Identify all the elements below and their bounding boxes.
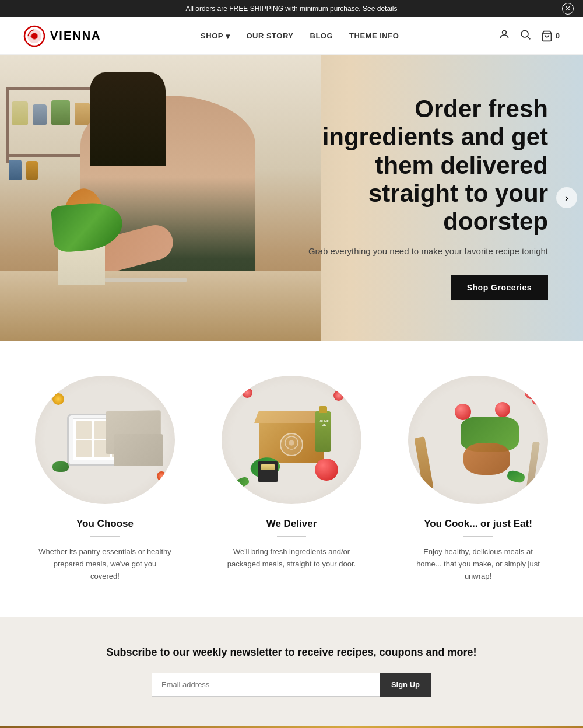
jar-2 [33, 104, 47, 125]
scatter-cherry-tomato-2 [242, 387, 252, 398]
tomato [315, 459, 338, 481]
svg-point-2 [31, 33, 37, 39]
scatter-leaf [52, 461, 69, 472]
cherry-tomato-food-2 [495, 402, 510, 417]
feature-you-cook: You Cook... or just Eat! Enjoy healthy, … [396, 376, 560, 582]
email-input[interactable] [152, 673, 380, 696]
bottle-1 [9, 160, 22, 180]
noodles [261, 464, 275, 470]
feature-desc-3: Enjoy healthy, delicious meals at home..… [411, 546, 545, 582]
feature-title-1: You Choose [76, 518, 134, 530]
hero-content: Order fresh ingredients and get them del… [292, 95, 548, 300]
svg-line-5 [528, 37, 531, 40]
hero-subtitle: Grab everything you need to make your fa… [292, 245, 548, 258]
jar-4 [75, 103, 90, 125]
hero-title: Order fresh ingredients and get them del… [292, 95, 548, 236]
delivery-box [259, 416, 324, 463]
main-nav: SHOP OUR STORY BLOG THEME INFO [201, 32, 399, 41]
nav-blog[interactable]: BLOG [310, 32, 333, 40]
protein-food [463, 443, 510, 475]
scatter-cherry-tomato [333, 390, 344, 401]
person-hair [90, 72, 166, 166]
account-button[interactable] [498, 29, 510, 43]
cart-count: 0 [556, 32, 560, 40]
svg-point-4 [521, 30, 528, 37]
logo-text: VIENNA [50, 29, 101, 43]
cutting-board [105, 278, 187, 282]
cherry-tomato-food-1 [455, 404, 471, 420]
feature-title-3: You Cook... or just Eat! [424, 518, 532, 530]
cart-icon [540, 30, 553, 42]
header-icons: 0 [498, 29, 560, 43]
food-tray [114, 434, 163, 466]
newsletter-title: Subscribe to our weekly newsletter to re… [23, 646, 560, 659]
logo[interactable]: VIENNA [23, 25, 101, 47]
hero-image [0, 55, 321, 341]
feature-desc-2: We'll bring fresh ingredients and/or pac… [224, 546, 359, 570]
nav-theme-info[interactable]: THEME INFO [349, 32, 399, 40]
hero-next-arrow[interactable]: › [556, 187, 577, 208]
feature-you-choose: You Choose Whether its pantry essentials… [23, 376, 187, 582]
feature-we-deliver: OLIVE OIL We Deliver We'll bring fresh i… [210, 376, 373, 582]
scatter-tomato [157, 471, 166, 481]
plate-area [431, 399, 528, 481]
box-logo [280, 433, 303, 456]
jar-1 [12, 102, 28, 125]
hero-section: Order fresh ingredients and get them del… [0, 55, 583, 341]
announcement-text: All orders are FREE SHIPPING with minimu… [186, 5, 398, 13]
jar-3 [51, 100, 70, 125]
tablet-item-1 [76, 421, 92, 439]
bottom-food-image [0, 726, 583, 728]
knife [526, 442, 540, 492]
newsletter-section: Subscribe to our weekly newsletter to re… [0, 617, 583, 726]
olive-cap [319, 406, 327, 413]
svg-point-3 [502, 30, 506, 34]
features-section: You Choose Whether its pantry essentials… [0, 341, 583, 617]
signup-button[interactable]: Sign Up [380, 673, 431, 696]
feature-divider-1 [90, 536, 120, 537]
scatter-tomato-plate-2 [532, 394, 542, 405]
account-icon [498, 29, 510, 40]
food-texture [0, 726, 583, 728]
features-grid: You Choose Whether its pantry essentials… [23, 376, 560, 582]
shop-chevron-icon [226, 32, 230, 41]
header: VIENNA SHOP OUR STORY BLOG THEME INFO [0, 18, 583, 55]
newsletter-form: Sign Up [152, 673, 431, 696]
fork [414, 436, 433, 490]
logo-icon [23, 25, 45, 47]
feature-desc-1: Whether its pantry essentials or healthy… [38, 546, 172, 582]
scatter-fruit [52, 393, 64, 405]
search-icon [519, 29, 531, 40]
feature-image-1 [35, 376, 175, 504]
cart-button[interactable]: 0 [540, 30, 560, 42]
tablet-item-4 [76, 440, 92, 458]
olive-bottle: OLIVE OIL [315, 411, 331, 452]
nav-our-story[interactable]: OUR STORY [246, 32, 293, 40]
noodle-box [258, 461, 278, 482]
nav-shop[interactable]: SHOP [201, 32, 230, 41]
feature-title-2: We Deliver [266, 518, 317, 530]
announcement-close-button[interactable]: × [562, 3, 574, 15]
feature-image-2: OLIVE OIL [222, 376, 361, 504]
scatter-herb [235, 476, 250, 489]
shop-groceries-button[interactable]: Shop Groceries [451, 275, 548, 300]
bottle-2 [26, 161, 38, 180]
svg-point-8 [289, 440, 294, 445]
feature-divider-2 [277, 536, 306, 537]
feature-image-3 [408, 376, 548, 504]
search-button[interactable] [519, 29, 531, 43]
feature-divider-3 [463, 536, 493, 537]
announcement-bar: All orders are FREE SHIPPING with minimu… [0, 0, 583, 18]
